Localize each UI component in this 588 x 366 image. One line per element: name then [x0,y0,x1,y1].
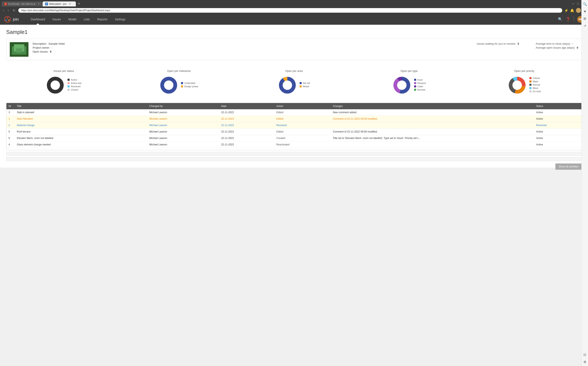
stat-waiting: Issues waiting for you to resolve: 5 [477,42,519,50]
search-icon[interactable]: 🔍 [558,17,562,22]
cell-action: Reactivated [274,141,331,148]
chart-milestone: Open per milestone Undecided Design phas… [121,69,237,94]
chart-type-title: Open per type [401,69,418,72]
app-logo[interactable]: join [4,16,19,23]
col-action: Action [274,103,331,109]
open-issues-row: Open issues: 6 [33,50,473,53]
activity-table-container: Nr Title Changed by Date Action Changes … [6,103,582,150]
profile-icon[interactable]: 🔔 [570,8,574,12]
horizontal-scrollbar-2[interactable] [6,157,582,161]
nav-issues[interactable]: Issues [49,14,65,25]
col-title: Title [15,103,147,109]
cell-title: Elevator Mech. room not labelled [15,135,147,141]
activity-table: Nr Title Changed by Date Action Changes … [7,103,581,148]
chart-milestone-title: Open per milestone [167,69,191,72]
chart-priority-title: Open per priority [514,69,535,72]
cell-date: 22-11-2022 [219,141,274,148]
page-title: Sample1 [6,29,582,35]
sidebar-office-icon[interactable]: ⊞ [583,17,586,21]
cell-changed-by: Michael Lawson [147,129,219,135]
chart-priority: Open per priority Critical Major Normal … [467,69,582,94]
chart-milestone-legend: Undecided Design phase [181,82,198,89]
stat-avg: Average time to close (days): - Average … [536,42,578,50]
sidebar-share-icon[interactable]: ↗ [583,24,586,28]
refresh-button[interactable]: ↻ [12,8,16,13]
cell-action: Edited [274,116,331,122]
cell-date: 22-11-2022 [219,116,274,122]
table-row: 4 Glass element change needed Michael La… [7,141,581,148]
table-row: 2 Material change Michael Lawson 22-11-2… [7,122,581,129]
cell-date: 22-11-2022 [219,129,274,135]
svg-point-24 [397,81,406,90]
cell-title: Slab in stairwell [15,109,147,116]
cell-date: 22-11-2022 [219,135,274,141]
project-stats: Issues waiting for you to resolve: 5 Ave… [477,42,578,50]
chart-priority-donut [508,76,527,94]
horizontal-scrollbar[interactable] [6,152,582,156]
cell-changed-by: Michael Lawson [147,116,219,122]
table-row: 3 Slab in stairwell Michael Lawson 22-11… [7,109,581,116]
cell-changed-by: Michael Lawson [147,109,219,116]
col-date: Date [219,103,274,109]
logo-icon [4,16,11,23]
cell-changed-by: Michael Lawson [147,141,219,148]
cell-status: Active [534,116,581,122]
nav-model[interactable]: Model [65,14,80,25]
cell-title: Glass element change needed [15,141,147,148]
browser-tab-elitecad[interactable]: E ELITECAD - 3D CAD for Archit... ✕ [2,1,42,7]
project-details: Description: Sample Hotel Project owner:… [33,42,473,54]
cell-action: Resolved [274,122,331,129]
cell-action: Created [274,135,331,141]
nav-settings[interactable]: Settings [111,14,129,25]
help-icon[interactable]: ❓ [566,17,570,22]
back-button[interactable]: ‹ [2,8,5,13]
cell-changes: Comment of 22-11-2022 09:38 modified. [331,116,534,122]
table-row: 1 Stair Alteration Michael Lawson 22-11-… [7,116,581,122]
browser-profile-avatar[interactable] [576,8,581,13]
new-tab-button[interactable]: + [76,1,82,7]
project-card: Description: Sample Hotel Project owner:… [6,39,582,60]
cell-title: Roof terrace [15,129,147,135]
chart-status-legend: Active Active due Resolved Closed [68,78,81,92]
nav-items: Dashboard Issues Model Lists Reports Set… [27,14,558,25]
chart-milestone-donut [159,76,178,94]
chart-area-title: Open per area [285,69,303,72]
cell-nr: 3 [7,109,15,116]
svg-point-16 [164,81,174,90]
show-all-activities-button[interactable]: Show all activities [555,163,582,170]
address-bar[interactable]: https://join.bimcollab.com/WebApp/Deskto… [18,8,562,13]
col-status: Status [534,103,581,109]
svg-point-0 [5,16,10,22]
sidebar-star-icon[interactable]: ★ [583,9,586,13]
cell-nr[interactable]: 2 [7,122,15,129]
minimize-button[interactable]: ─ [572,2,574,5]
cell-status: Active [534,141,581,148]
chart-status-donut [46,76,65,94]
svg-point-1 [7,17,8,19]
owner-row: Project owner: - [33,46,473,49]
cell-title[interactable]: Material change [15,122,147,129]
extensions-icon[interactable]: ⚡ [564,8,568,12]
nav-lists[interactable]: Lists [80,14,93,25]
tab-close-elitecad[interactable]: ✕ [38,2,40,5]
sidebar-search-icon[interactable]: 🔍 [583,2,587,6]
nav-dashboard[interactable]: Dashboard [27,14,49,25]
cell-changes: New comment added. [331,109,534,116]
maximize-button[interactable]: □ [577,2,579,5]
browser-tab-bimcollab[interactable]: B BIMcollab® - join ✕ [43,1,76,7]
forward-button[interactable]: › [7,8,9,13]
svg-point-2 [8,20,9,21]
chart-area-donut [278,76,297,94]
cell-status: Active [534,129,581,135]
project-thumbnail [10,42,29,57]
cell-nr[interactable]: 1 [7,116,15,122]
cell-title[interactable]: Stair Alteration [15,116,147,122]
tab-close-bimcollab[interactable]: ✕ [69,2,71,5]
cell-date: 22-11-2022 [219,109,274,116]
cell-status: Active [534,135,581,141]
nav-reports[interactable]: Reports [93,14,111,25]
main-content: Sample1 Description: Sample Hotel Projec… [0,25,588,168]
cell-changed-by: Michael Lawson [147,135,219,141]
tab-label-bimcollab: BIMcollab® - join [49,3,67,5]
cell-changes: Comment of 22-11-2022 09:58 modified. [331,129,534,135]
